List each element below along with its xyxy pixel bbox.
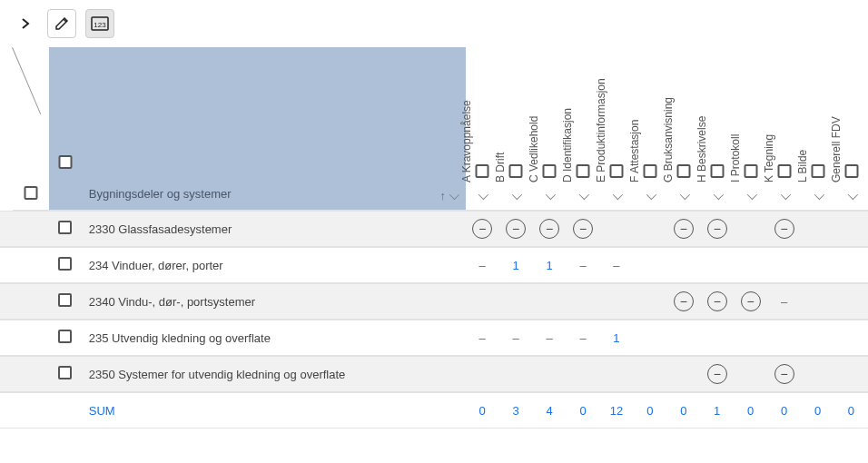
column-header-a[interactable]: A Kravoppnåelse	[466, 47, 499, 211]
count-link[interactable]: 1	[546, 259, 552, 272]
column-header-i[interactable]: I Protokoll	[734, 47, 767, 211]
expand-button[interactable]	[13, 9, 38, 38]
chevron-down-icon[interactable]	[478, 189, 486, 202]
status-dash: –	[781, 295, 787, 309]
column-checkbox-b[interactable]	[509, 164, 523, 178]
column-checkbox-e[interactable]	[610, 164, 624, 178]
column-checkbox-a[interactable]	[476, 164, 489, 178]
status-circle-icon[interactable]: −	[674, 291, 694, 311]
column-checkbox-c[interactable]	[543, 164, 557, 178]
column-checkbox-i[interactable]	[744, 164, 757, 178]
table-row: 2330 Glassfasadesystemer −−−−−−−	[0, 211, 868, 247]
sum-value[interactable]: 0	[633, 392, 666, 429]
status-dash: –	[613, 259, 619, 272]
status-circle-icon[interactable]: −	[707, 291, 727, 311]
column-label: K Tegning	[763, 134, 775, 182]
chevron-down-icon[interactable]	[814, 189, 822, 202]
chevron-down-icon[interactable]	[714, 189, 721, 202]
chevron-down-icon[interactable]	[512, 189, 519, 202]
column-checkbox-k[interactable]	[777, 164, 791, 178]
chevron-down-icon[interactable]	[646, 189, 654, 202]
sum-value[interactable]: 0	[734, 392, 767, 429]
column-checkbox-g[interactable]	[676, 164, 690, 178]
column-label: I Protokoll	[729, 134, 742, 182]
status-circle-icon[interactable]: −	[472, 219, 492, 239]
status-circle-icon[interactable]: −	[573, 219, 593, 239]
table-row: 2340 Vindu-, dør-, portsystemer −−−–	[0, 283, 868, 320]
status-dash: –	[579, 331, 586, 345]
column-label: D Identifikasjon	[561, 108, 574, 182]
row-name[interactable]: 2350 Systemer for utvendig kledning og o…	[82, 356, 466, 392]
numbers-button[interactable]: 123	[85, 9, 114, 38]
column-label: B Drift	[494, 153, 507, 182]
column-checkbox-l[interactable]	[811, 164, 824, 178]
status-circle-icon[interactable]: −	[774, 364, 794, 384]
sort-desc-icon[interactable]	[449, 189, 457, 202]
sum-value[interactable]: 0	[767, 392, 801, 429]
sum-label: SUM	[82, 392, 466, 429]
chevron-down-icon[interactable]	[848, 189, 855, 202]
sum-value[interactable]: 12	[600, 392, 634, 429]
sum-value[interactable]: 1	[700, 392, 734, 429]
count-link[interactable]: 1	[513, 259, 519, 272]
status-circle-icon[interactable]: −	[707, 364, 727, 384]
status-circle-icon[interactable]: −	[674, 219, 694, 239]
name-column-header[interactable]: Bygningsdeler og systemer	[82, 47, 466, 211]
row-name[interactable]: 234 Vinduer, dører, porter	[82, 247, 466, 283]
status-circle-icon[interactable]: −	[741, 291, 761, 311]
sum-value[interactable]: 0	[567, 392, 600, 429]
column-label: L Bilde	[796, 150, 809, 182]
row-name[interactable]: 235 Utvendig kledning og overflate	[82, 320, 466, 356]
row-checkbox[interactable]	[58, 293, 72, 307]
column-header-h[interactable]: H Beskrivelse	[700, 47, 734, 211]
svg-text:123: 123	[94, 21, 106, 29]
column-label: H Beskrivelse	[695, 116, 708, 182]
chevron-down-icon[interactable]	[747, 189, 755, 202]
edit-button[interactable]	[47, 9, 76, 38]
diagonal-header	[13, 47, 49, 211]
table-row: 234 Vinduer, dører, porter –11––	[0, 247, 868, 283]
column-label: A Kravoppnåelse	[460, 100, 473, 182]
status-dash: –	[579, 259, 586, 272]
column-label: Generell FDV	[830, 116, 843, 182]
column-checkbox-h[interactable]	[710, 164, 724, 178]
column-header-gen[interactable]: Generell FDV	[834, 47, 868, 211]
column-checkbox-d[interactable]	[577, 164, 590, 178]
column-checkbox-f[interactable]	[643, 164, 656, 178]
row-checkbox[interactable]	[58, 330, 72, 343]
chevron-down-icon[interactable]	[546, 189, 553, 202]
sum-value[interactable]: 3	[499, 392, 533, 429]
sum-value[interactable]: 0	[801, 392, 834, 429]
select-all-outer-checkbox[interactable]	[24, 186, 37, 200]
row-name[interactable]: 2340 Vindu-, dør-, portsystemer	[82, 283, 466, 320]
chevron-down-icon[interactable]	[680, 189, 687, 202]
sum-value[interactable]: 4	[533, 392, 567, 429]
row-checkbox[interactable]	[58, 366, 72, 379]
status-circle-icon[interactable]: −	[774, 219, 794, 239]
column-label: G Bruksanvisning	[662, 97, 675, 182]
column-label: E Produktinformasjon	[595, 78, 607, 182]
row-checkbox[interactable]	[58, 257, 72, 271]
sum-row: SUM 0340120010000	[0, 392, 868, 429]
row-name[interactable]: 2330 Glassfasadesystemer	[82, 211, 466, 247]
column-header-k[interactable]: K Tegning	[767, 47, 801, 211]
chevron-down-icon[interactable]	[781, 189, 788, 202]
status-dash: –	[546, 331, 552, 345]
sum-value[interactable]: 0	[834, 392, 868, 429]
status-circle-icon[interactable]: −	[707, 219, 727, 239]
status-circle-icon[interactable]: −	[506, 219, 526, 239]
status-circle-icon[interactable]: −	[539, 219, 559, 239]
chevron-down-icon[interactable]	[579, 189, 587, 202]
select-all-header	[49, 47, 82, 211]
table-row: 235 Utvendig kledning og overflate ––––1	[0, 320, 868, 356]
column-checkbox-gen[interactable]	[844, 164, 858, 178]
sum-value[interactable]: 0	[466, 392, 499, 429]
table-row: 2350 Systemer for utvendig kledning og o…	[0, 356, 868, 392]
select-all-inner-checkbox[interactable]	[58, 155, 72, 169]
sort-asc-icon[interactable]	[439, 189, 446, 202]
status-dash: –	[513, 331, 519, 345]
sum-value[interactable]: 0	[666, 392, 700, 429]
row-checkbox[interactable]	[58, 221, 72, 234]
chevron-down-icon[interactable]	[613, 189, 620, 202]
count-link[interactable]: 1	[613, 331, 619, 345]
